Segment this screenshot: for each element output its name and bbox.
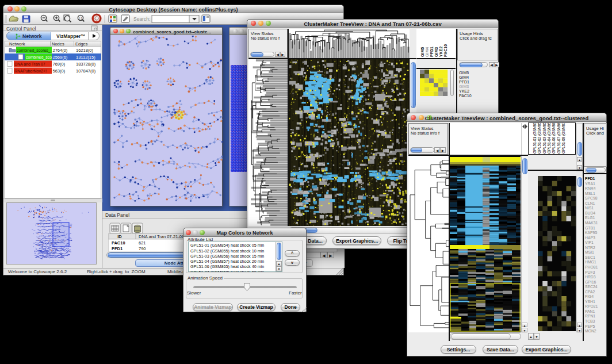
svg-text:GPL51-04 (GSM857): GPL51-04 (GSM857) (547, 122, 552, 154)
svg-text:PAC10: PAC10 (443, 44, 447, 57)
svg-text:GPL51-02 (GSM855) heat shock 1: GPL51-02 (GSM855) heat shock 10 min (190, 248, 264, 254)
svg-text:563(0): 563(0) (53, 68, 66, 74)
svg-text:MON2: MON2 (585, 329, 596, 333)
svg-text:GTB1: GTB1 (585, 226, 595, 230)
svg-text:PAC10: PAC10 (459, 94, 472, 98)
svg-text:HMG1: HMG1 (585, 260, 596, 264)
svg-text:RPO21: RPO21 (585, 304, 598, 308)
svg-text:GIM4: GIM4 (459, 75, 469, 79)
svg-text:GIM3: GIM3 (459, 85, 469, 89)
svg-text:MAK31: MAK31 (585, 221, 598, 225)
svg-text:ID: ID (117, 234, 122, 239)
svg-text:GPL51-06 (GSM865) heat shock 4: GPL51-06 (GSM865) heat shock 40 min (190, 264, 264, 269)
svg-text:1:1: 1:1 (79, 17, 83, 20)
svg-text:GIM4: GIM4 (425, 47, 429, 57)
svg-text:GPL51-08 (GSM872): GPL51-08 (GSM872) (561, 122, 566, 154)
svg-text:GPL51-06 (GSM865): GPL51-06 (GSM865) (552, 122, 556, 154)
svg-text:ELG1: ELG1 (585, 216, 595, 220)
svg-text:DNA and Tran 07: DNA and Tran 07 (14, 62, 45, 66)
svg-text:GPI16: GPI16 (585, 280, 596, 284)
svg-text:SPC98: SPC98 (585, 196, 598, 200)
svg-text:MSL1: MSL1 (585, 191, 595, 196)
svg-text:GPL51-03 (GSM856): GPL51-03 (GSM856) (542, 122, 547, 154)
svg-text:PHO81: PHO81 (585, 265, 598, 269)
svg-text:FIG4: FIG4 (585, 294, 594, 298)
svg-text:SEC1: SEC1 (585, 255, 595, 259)
svg-text:107847(0): 107847(0) (76, 68, 96, 74)
svg-text:RPN1: RPN1 (585, 314, 595, 318)
svg-text:NIS1: NIS1 (585, 206, 594, 210)
svg-text:GPL51-01 (GSM854) heat shock 0: GPL51-01 (GSM854) heat shock 05 min (190, 243, 264, 248)
svg-text:GPL51-01 (GSM854): GPL51-01 (GSM854) (533, 122, 537, 154)
svg-text:YKE2: YKE2 (439, 47, 443, 57)
svg-text:GIM3: GIM3 (434, 47, 438, 57)
svg-text:HRD3: HRD3 (585, 275, 596, 279)
svg-text:CPA2: CPA2 (585, 290, 595, 294)
svg-text:PFD1: PFD1 (585, 177, 595, 181)
svg-text:TCB3: TCB3 (585, 319, 595, 323)
svg-text:PFD1: PFD1 (112, 246, 123, 251)
svg-text:Search:: Search: (133, 16, 150, 22)
svg-text:BUD4: BUD4 (585, 211, 595, 215)
svg-text:PFD1: PFD1 (459, 80, 469, 84)
svg-text:PAN1: PAN1 (585, 309, 595, 313)
svg-text:GPL51-03 (GSM856) heat shock 1: GPL51-03 (GSM856) heat shock 15 min (190, 254, 264, 259)
svg-text:CLN1: CLN1 (585, 201, 595, 205)
svg-text:RNR4: RNR4 (585, 186, 596, 190)
svg-text:GPL51-04 (GSM857) heat shock 2: GPL51-04 (GSM857) heat shock 20 min (190, 259, 264, 264)
svg-text:621: 621 (139, 240, 146, 246)
svg-text:GIM5: GIM5 (459, 71, 469, 75)
svg-text:13112(15): 13112(15) (76, 55, 95, 60)
svg-text:183728(0): 183728(0) (76, 62, 96, 67)
svg-text:GIM5: GIM5 (420, 47, 424, 57)
svg-text:YSH1: YSH1 (585, 300, 595, 304)
svg-text:combined_sco: combined_sco (26, 55, 52, 60)
svg-text:GPL51-07 (GSM868): GPL51-07 (GSM868) (557, 122, 561, 154)
svg-text:GPL51-07 (GSM868) heat shock 6: GPL51-07 (GSM868) heat shock 60 min (190, 270, 264, 272)
svg-text:2569(6): 2569(6) (53, 55, 68, 60)
svg-text:PUF3: PUF3 (585, 270, 595, 274)
svg-text:2764(0): 2764(0) (53, 48, 68, 53)
svg-text:PEP5: PEP5 (585, 324, 595, 328)
svg-text:YRA1: YRA1 (585, 182, 595, 186)
svg-text:PAC10: PAC10 (112, 240, 125, 246)
svg-text:MSI1: MSI1 (585, 250, 594, 254)
svg-text:YKE2: YKE2 (459, 89, 469, 93)
svg-text:RNAPuberNov2+!: RNAPuberNov2+! (14, 69, 47, 73)
svg-text:769(0): 769(0) (53, 62, 66, 67)
svg-text:PFD1: PFD1 (430, 47, 434, 57)
svg-text:HAP3: HAP3 (585, 236, 595, 240)
svg-text:VIP1: VIP1 (585, 240, 594, 244)
svg-text:GPL51-02 (GSM855): GPL51-02 (GSM855) (537, 122, 542, 154)
svg-text:16218(0): 16218(0) (76, 48, 94, 53)
svg-text:SEC24: SEC24 (585, 285, 598, 289)
svg-text:NTR2: NTR2 (585, 246, 595, 250)
svg-text:790: 790 (139, 246, 146, 251)
svg-text:KAP95: KAP95 (585, 231, 597, 235)
svg-text:combined_scores_: combined_scores_ (17, 48, 51, 53)
